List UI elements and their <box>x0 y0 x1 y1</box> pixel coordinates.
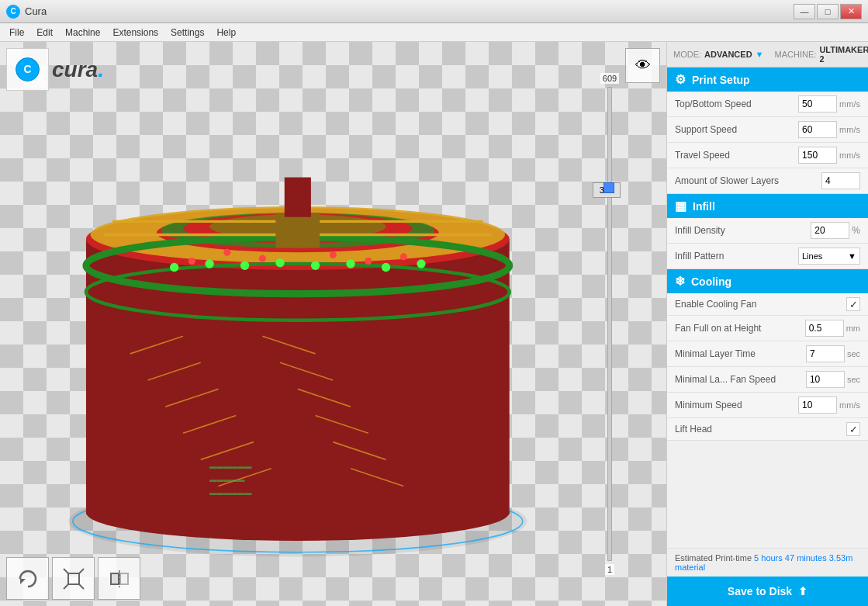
rotate-tool-button[interactable] <box>6 557 49 600</box>
save-btn-icon: ⬆ <box>798 585 807 597</box>
fan-full-height-unit: mm <box>846 324 860 333</box>
slower-layers-label: Amount of Slower Layers <box>675 175 779 186</box>
minimum-speed-input-group: mm/s <box>798 396 860 414</box>
machine-label: MACHINE: <box>775 50 817 59</box>
menu-edit[interactable]: Edit <box>30 26 59 40</box>
travel-speed-input[interactable] <box>798 147 837 164</box>
svg-point-21 <box>400 253 407 260</box>
main-layout: C cura. 👁 <box>0 42 868 606</box>
infill-pattern-dropdown-icon: ▼ <box>848 251 856 261</box>
layer-min-label: 1 <box>605 564 614 575</box>
mode-dropdown[interactable]: ▼ <box>756 50 764 59</box>
minimize-button[interactable]: — <box>794 4 815 19</box>
infill-density-label: Infill Density <box>675 225 725 236</box>
svg-rect-46 <box>285 178 311 217</box>
infill-density-input-group: % <box>811 222 860 239</box>
print-setup-title: Print Setup <box>692 74 750 86</box>
top-bottom-speed-input[interactable] <box>798 95 837 113</box>
support-speed-input[interactable] <box>798 121 837 138</box>
svg-text:▬▬▬▬▬▬: ▬▬▬▬▬▬ <box>209 489 252 497</box>
minimal-layer-time-unit: sec <box>847 349 860 358</box>
print-setup-icon: ⚙ <box>675 72 686 87</box>
support-speed-unit: mm/s <box>839 125 860 134</box>
menu-settings[interactable]: Settings <box>164 26 210 40</box>
minimal-layer-time-input-group: sec <box>806 345 860 362</box>
minimum-speed-row: Minimum Speed mm/s <box>667 393 868 418</box>
svg-point-24 <box>240 261 249 270</box>
infill-pattern-row: Infill Pattern Lines ▼ <box>667 244 868 269</box>
lift-head-checkbox[interactable]: ✓ <box>846 422 860 436</box>
save-to-disk-button[interactable]: Save to Disk ⬆ <box>667 577 868 606</box>
enable-cooling-fan-checkbox[interactable]: ✓ <box>846 297 860 311</box>
svg-point-23 <box>205 259 213 268</box>
infill-density-row: Infill Density % <box>667 218 868 244</box>
svg-line-52 <box>79 584 84 589</box>
svg-point-20 <box>365 258 372 265</box>
save-btn-label: Save to Disk <box>728 585 792 597</box>
lift-head-row: Lift Head ✓ <box>667 418 868 441</box>
titlebar: C Cura — □ ✕ <box>0 0 868 23</box>
top-bottom-speed-row: Top/Bottom Speed mm/s <box>667 92 868 117</box>
svg-rect-48 <box>68 573 79 584</box>
mode-bar: MODE: ADVANCED ▼ MACHINE: ULTIMAKER 2 ▼ <box>667 42 868 68</box>
svg-point-16 <box>188 258 195 265</box>
svg-line-49 <box>64 569 68 573</box>
minimal-layer-time-label: Minimal Layer Time <box>675 348 756 359</box>
slower-layers-input[interactable] <box>821 172 860 189</box>
menu-help[interactable]: Help <box>210 26 242 40</box>
minimal-layer-fan-speed-row: Minimal La... Fan Speed sec <box>667 367 868 393</box>
status-time: 5 hours 47 minutes <box>754 553 827 563</box>
layer-slider-track[interactable]: 376 <box>607 87 612 561</box>
minimal-layer-fan-speed-input[interactable] <box>806 371 845 388</box>
travel-speed-unit: mm/s <box>839 151 860 160</box>
infill-pattern-label: Infill Pattern <box>675 251 724 261</box>
travel-speed-row: Travel Speed mm/s <box>667 143 868 168</box>
status-bar: Estimated Print-time 5 hours 47 minutes … <box>667 548 868 577</box>
svg-point-22 <box>170 263 178 272</box>
minimal-layer-time-row: Minimal Layer Time sec <box>667 341 868 367</box>
svg-point-17 <box>223 249 230 256</box>
enable-cooling-fan-row: Enable Cooling Fan ✓ <box>667 293 868 316</box>
top-bottom-speed-label: Top/Bottom Speed <box>675 99 752 109</box>
layer-slider-handle[interactable] <box>603 182 614 193</box>
slower-layers-row: Amount of Slower Layers <box>667 168 868 194</box>
menu-machine[interactable]: Machine <box>59 26 106 40</box>
scale-tool-button[interactable] <box>52 557 95 600</box>
window-controls: — □ ✕ <box>794 4 862 19</box>
3d-viewport[interactable]: C cura. 👁 <box>0 42 666 606</box>
logo-dot: . <box>98 57 104 81</box>
menu-file[interactable]: File <box>3 26 30 40</box>
minimum-speed-label: Minimum Speed <box>675 400 742 410</box>
infill-section: ▦ Infill Infill Density % Infill Pattern… <box>667 194 868 269</box>
mirror-tool-button[interactable] <box>98 557 140 600</box>
cooling-header: ❄ Cooling <box>667 269 868 293</box>
travel-speed-label: Travel Speed <box>675 150 730 161</box>
menu-extensions[interactable]: Extensions <box>106 26 164 40</box>
svg-text:C: C <box>23 63 31 75</box>
travel-speed-input-group: mm/s <box>798 147 860 164</box>
rotate-icon <box>16 567 40 590</box>
minimum-speed-input[interactable] <box>798 396 837 414</box>
close-button[interactable]: ✕ <box>840 4 862 19</box>
svg-point-28 <box>382 263 390 272</box>
mode-bar-left: MODE: ADVANCED ▼ MACHINE: ULTIMAKER 2 ▼ <box>673 45 868 64</box>
support-speed-label: Support Speed <box>675 124 737 135</box>
minimal-layer-fan-speed-unit: sec <box>847 375 860 384</box>
fan-full-height-input[interactable] <box>805 320 844 337</box>
minimum-speed-unit: mm/s <box>839 400 860 410</box>
svg-rect-53 <box>111 573 119 584</box>
layer-slider-area: 609 376 1 <box>598 73 621 575</box>
cooling-section: ❄ Cooling Enable Cooling Fan ✓ Fan Full … <box>667 269 868 441</box>
mode-value: ADVANCED <box>704 50 752 59</box>
mode-label: MODE: <box>673 50 701 59</box>
right-panel: MODE: ADVANCED ▼ MACHINE: ULTIMAKER 2 ▼ … <box>666 42 868 606</box>
print-setup-section: ⚙ Print Setup Top/Bottom Speed mm/s Supp… <box>667 68 868 194</box>
minimal-layer-time-input[interactable] <box>806 345 845 362</box>
eye-view-button[interactable]: 👁 <box>625 48 660 83</box>
infill-pattern-select[interactable]: Lines ▼ <box>798 248 860 265</box>
svg-text:▬▬▬▬▬▬: ▬▬▬▬▬▬ <box>209 462 252 470</box>
infill-density-input[interactable] <box>811 222 849 239</box>
infill-title: Infill <box>693 200 715 213</box>
window-title: Cura <box>25 5 47 17</box>
maximize-button[interactable]: □ <box>817 4 839 19</box>
